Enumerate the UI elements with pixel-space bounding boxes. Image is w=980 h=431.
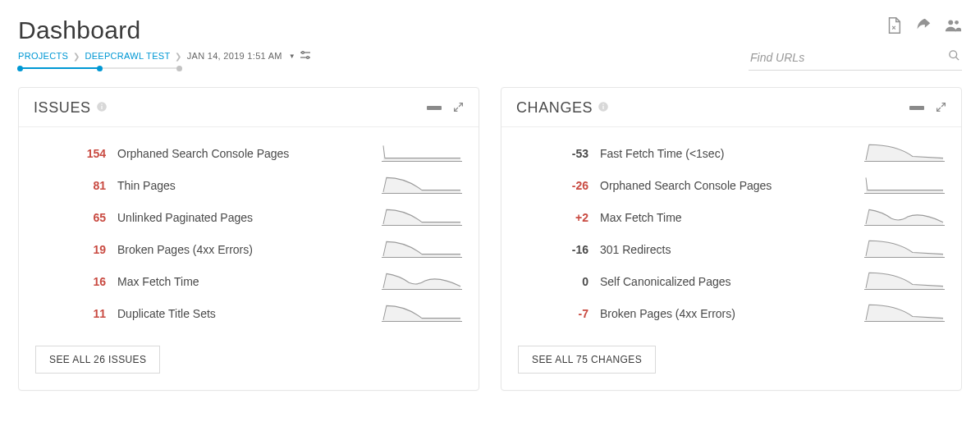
breadcrumb-projects[interactable]: PROJECTS bbox=[18, 51, 68, 61]
row-value: -26 bbox=[518, 179, 588, 192]
list-item[interactable]: 11 Duplicate Title Sets bbox=[35, 297, 462, 329]
list-item[interactable]: -26 Orphaned Search Console Pages bbox=[518, 169, 945, 201]
panel-footer: SEE ALL 75 CHANGES bbox=[501, 334, 961, 390]
pdf-icon[interactable] bbox=[885, 16, 903, 38]
sparkline bbox=[382, 174, 462, 197]
row-value: 11 bbox=[35, 307, 106, 320]
svg-point-4 bbox=[948, 20, 953, 25]
collapse-icon[interactable] bbox=[427, 106, 442, 110]
row-label[interactable]: Broken Pages (4xx Errors) bbox=[600, 307, 853, 320]
row-value: +2 bbox=[518, 211, 588, 224]
panel-head: ISSUES bbox=[19, 88, 479, 127]
chevron-down-icon[interactable]: ▼ bbox=[289, 53, 295, 60]
row-label[interactable]: Fast Fetch Time (<1sec) bbox=[600, 147, 853, 160]
expand-icon[interactable] bbox=[453, 101, 464, 116]
users-icon[interactable] bbox=[944, 16, 962, 38]
list-item[interactable]: -7 Broken Pages (4xx Errors) bbox=[518, 297, 945, 329]
panel-footer: SEE ALL 26 ISSUES bbox=[19, 334, 479, 390]
list-item[interactable]: 154 Orphaned Search Console Pages bbox=[35, 137, 462, 169]
header-actions bbox=[885, 16, 962, 38]
panel-title-wrap: CHANGES bbox=[516, 99, 609, 117]
search-icon[interactable] bbox=[948, 49, 960, 65]
collapse-icon[interactable] bbox=[909, 106, 924, 110]
breadcrumb-progress bbox=[18, 64, 749, 72]
panel-controls bbox=[427, 101, 464, 116]
sparkline bbox=[864, 206, 945, 229]
changes-list: -53 Fast Fetch Time (<1sec) -26 Orphaned… bbox=[501, 127, 961, 334]
row-label[interactable]: Duplicate Title Sets bbox=[117, 307, 370, 320]
info-icon[interactable] bbox=[598, 101, 609, 116]
progress-segment bbox=[102, 67, 177, 69]
svg-line-22 bbox=[941, 103, 945, 106]
list-item[interactable]: +2 Max Fetch Time bbox=[518, 201, 945, 233]
svg-point-5 bbox=[955, 21, 959, 25]
panel-issues: ISSUES 154 Orphaned Search Console Pages… bbox=[18, 87, 479, 391]
chevron-right-icon: ❯ bbox=[73, 52, 80, 61]
row-label[interactable]: Unlinked Paginated Pages bbox=[117, 211, 370, 224]
list-item[interactable]: 65 Unlinked Paginated Pages bbox=[35, 201, 462, 233]
row-value: 154 bbox=[35, 147, 106, 160]
progress-segment bbox=[22, 67, 98, 69]
sparkline bbox=[382, 238, 462, 261]
list-item[interactable]: 81 Thin Pages bbox=[35, 169, 462, 201]
row-label[interactable]: Orphaned Search Console Pages bbox=[600, 179, 853, 192]
sparkline bbox=[382, 270, 462, 293]
row-label[interactable]: Max Fetch Time bbox=[117, 275, 370, 288]
row-label[interactable]: Orphaned Search Console Pages bbox=[117, 147, 370, 160]
share-icon[interactable] bbox=[914, 16, 932, 38]
svg-point-6 bbox=[950, 51, 957, 58]
list-item[interactable]: -53 Fast Fetch Time (<1sec) bbox=[518, 137, 945, 169]
panel-controls bbox=[909, 101, 946, 116]
breadcrumb-timestamp[interactable]: JAN 14, 2019 1:51 AM bbox=[187, 51, 282, 61]
issues-list: 154 Orphaned Search Console Pages 81 Thi… bbox=[19, 127, 479, 334]
see-all-changes-button[interactable]: SEE ALL 75 CHANGES bbox=[518, 346, 656, 374]
sparkline bbox=[382, 206, 462, 229]
row-value: 0 bbox=[518, 275, 588, 288]
panel-title: CHANGES bbox=[516, 99, 593, 117]
search-input[interactable] bbox=[750, 51, 948, 64]
header-left: Dashboard PROJECTS ❯ DEEPCRAWL TEST ❯ JA… bbox=[18, 16, 749, 72]
progress-dot bbox=[97, 66, 103, 71]
sliders-icon[interactable] bbox=[300, 51, 310, 61]
svg-point-1 bbox=[302, 52, 305, 54]
sparkline bbox=[382, 142, 462, 165]
list-item[interactable]: 0 Self Canonicalized Pages bbox=[518, 265, 945, 297]
see-all-issues-button[interactable]: SEE ALL 26 ISSUES bbox=[35, 346, 160, 374]
row-value: -16 bbox=[518, 243, 588, 256]
panel-changes: CHANGES -53 Fast Fetch Time (<1sec) -26 … bbox=[501, 87, 962, 391]
breadcrumb-account[interactable]: DEEPCRAWL TEST bbox=[85, 51, 170, 61]
row-value: 16 bbox=[35, 275, 106, 288]
panel-head: CHANGES bbox=[501, 88, 961, 127]
svg-line-7 bbox=[955, 57, 959, 60]
row-value: -7 bbox=[518, 307, 588, 320]
sparkline bbox=[382, 302, 462, 325]
progress-dot bbox=[17, 66, 23, 71]
svg-point-3 bbox=[307, 57, 309, 59]
header: Dashboard PROJECTS ❯ DEEPCRAWL TEST ❯ JA… bbox=[18, 16, 962, 72]
row-label[interactable]: Self Canonicalized Pages bbox=[600, 275, 853, 288]
breadcrumb: PROJECTS ❯ DEEPCRAWL TEST ❯ JAN 14, 2019… bbox=[18, 51, 749, 61]
info-icon[interactable] bbox=[96, 101, 108, 116]
expand-icon[interactable] bbox=[936, 101, 946, 116]
row-value: -53 bbox=[518, 147, 588, 160]
row-label[interactable]: Broken Pages (4xx Errors) bbox=[117, 243, 370, 256]
svg-rect-20 bbox=[603, 105, 604, 108]
panel-title-wrap: ISSUES bbox=[34, 99, 108, 117]
row-label[interactable]: 301 Redirects bbox=[600, 243, 853, 256]
list-item[interactable]: 19 Broken Pages (4xx Errors) bbox=[35, 233, 462, 265]
row-value: 19 bbox=[35, 243, 106, 256]
row-label[interactable]: Thin Pages bbox=[117, 179, 370, 192]
svg-rect-9 bbox=[101, 105, 102, 108]
row-value: 65 bbox=[35, 211, 106, 224]
page-title: Dashboard bbox=[18, 16, 749, 44]
list-item[interactable]: 16 Max Fetch Time bbox=[35, 265, 462, 297]
search-bar[interactable] bbox=[749, 46, 962, 71]
sparkline bbox=[864, 174, 945, 197]
svg-rect-21 bbox=[603, 103, 604, 104]
sparkline bbox=[864, 238, 945, 261]
chevron-right-icon: ❯ bbox=[175, 52, 181, 61]
svg-rect-10 bbox=[101, 103, 102, 104]
list-item[interactable]: -16 301 Redirects bbox=[518, 233, 945, 265]
row-label[interactable]: Max Fetch Time bbox=[600, 211, 853, 224]
sparkline bbox=[864, 302, 945, 325]
